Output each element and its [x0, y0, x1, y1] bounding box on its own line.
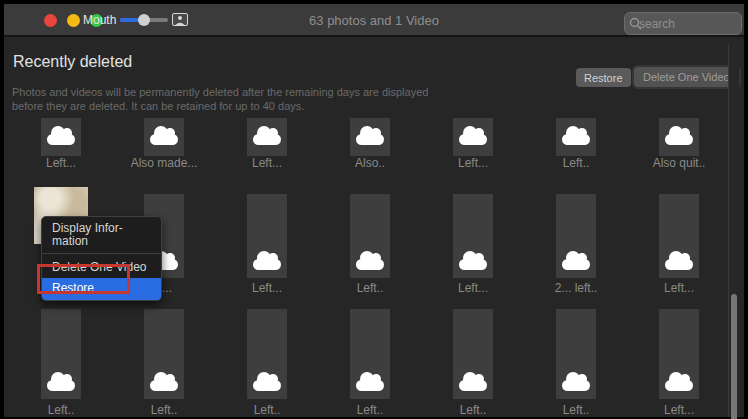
icloud-icon — [562, 259, 590, 270]
scrollbar-thumb[interactable] — [731, 294, 737, 419]
icloud-icon — [356, 259, 384, 270]
icloud-icon — [459, 134, 487, 145]
delete-one-video-button[interactable]: Delete One Video — [632, 65, 741, 89]
photo-thumbnail[interactable] — [350, 194, 390, 278]
photo-thumbnail[interactable] — [659, 309, 699, 399]
page-title: Recently deleted — [13, 53, 132, 71]
photo-label: Left... — [629, 403, 729, 417]
photo-label: Left.. — [423, 403, 523, 417]
photo-label: Left.. — [320, 403, 420, 417]
photo-thumbnail[interactable] — [453, 118, 493, 156]
icloud-icon — [459, 259, 487, 270]
icloud-icon — [356, 134, 384, 145]
photo-label: Left.. — [217, 403, 317, 417]
icloud-icon — [562, 380, 590, 391]
photo-thumbnail[interactable] — [41, 118, 81, 156]
photo-thumbnail[interactable] — [144, 118, 184, 156]
page-description: Photos and videos will be permanently de… — [12, 85, 428, 113]
photo-label: Left.. — [11, 403, 111, 417]
photo-thumbnail[interactable] — [247, 118, 287, 156]
icloud-icon — [356, 380, 384, 391]
vertical-scrollbar[interactable] — [728, 44, 739, 417]
photo-thumbnail[interactable] — [556, 118, 596, 156]
photo-label: Left... — [423, 281, 523, 295]
search-box[interactable] — [624, 12, 742, 35]
window-content: Mouth 63 photos and 1 Video Recently del… — [4, 4, 744, 417]
menu-separator — [42, 253, 161, 254]
photo-thumbnail[interactable] — [453, 194, 493, 278]
icloud-icon — [562, 134, 590, 145]
search-input[interactable] — [639, 14, 739, 33]
photo-label: Left... — [217, 281, 317, 295]
icloud-icon — [253, 134, 281, 145]
photo-label: Left... — [11, 156, 111, 170]
icloud-icon — [253, 380, 281, 391]
photo-label: Left... — [629, 281, 729, 295]
photos-app-window: Mouth 63 photos and 1 Video Recently del… — [0, 0, 748, 419]
icloud-icon — [665, 259, 693, 270]
photo-label: Also made... — [114, 156, 214, 170]
icloud-icon — [150, 134, 178, 145]
photo-thumbnail[interactable] — [144, 309, 184, 399]
photo-thumbnail[interactable] — [659, 194, 699, 278]
photo-thumbnail[interactable] — [247, 194, 287, 278]
annotation-red-box — [37, 264, 130, 294]
restore-button[interactable]: Restore — [576, 68, 631, 87]
photo-label: Also quit.. — [629, 156, 729, 170]
photo-label: Left... — [423, 156, 523, 170]
photo-thumbnail[interactable] — [350, 309, 390, 399]
icloud-icon — [665, 134, 693, 145]
icloud-icon — [665, 380, 693, 391]
photo-label: Left.. — [114, 403, 214, 417]
photo-label: Left... — [217, 156, 317, 170]
photo-thumbnail[interactable] — [41, 309, 81, 399]
icloud-icon — [459, 380, 487, 391]
photo-thumbnail[interactable] — [453, 309, 493, 399]
photo-label: Left.. — [526, 403, 626, 417]
icloud-icon — [47, 134, 75, 145]
photo-thumbnail[interactable] — [556, 309, 596, 399]
icloud-icon — [47, 380, 75, 391]
photo-thumbnail[interactable] — [556, 194, 596, 278]
photo-thumbnail[interactable] — [350, 118, 390, 156]
icloud-icon — [150, 380, 178, 391]
icloud-icon — [253, 259, 281, 270]
photo-thumbnail[interactable] — [247, 309, 287, 399]
photo-label: Also.. — [320, 156, 420, 170]
photo-label: Left.. — [526, 156, 626, 170]
photo-thumbnail[interactable] — [659, 118, 699, 156]
menu-item-display-information[interactable]: Display Infor- mation — [42, 217, 161, 252]
photo-label: 2... left.. — [526, 281, 626, 295]
photo-label: Left.. — [320, 281, 420, 295]
title-bar: Mouth 63 photos and 1 Video — [4, 4, 744, 37]
